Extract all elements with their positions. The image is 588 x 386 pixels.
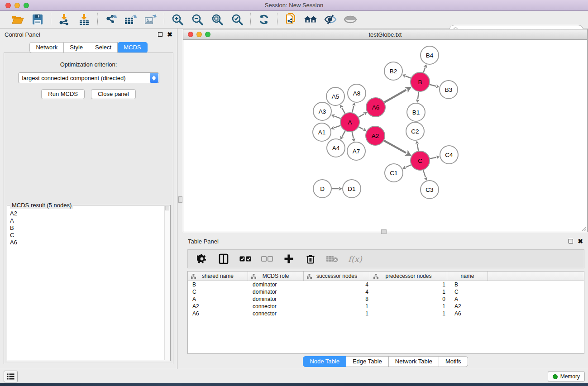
float-table-panel-icon[interactable]: [569, 239, 573, 243]
graph-edge-A-A5[interactable]: [342, 108, 345, 114]
graph-edge-A-A8[interactable]: [352, 106, 354, 113]
graph-edge-B-B3[interactable]: [430, 85, 436, 86]
close-panel-button[interactable]: Close panel: [91, 89, 136, 99]
table-cell: 1: [370, 281, 447, 288]
table-tab-edge-table[interactable]: Edge Table: [346, 356, 389, 367]
graph-node-D[interactable]: D: [313, 180, 331, 198]
table-row[interactable]: Adominator80A: [188, 295, 584, 303]
graph-node-B[interactable]: B: [411, 72, 430, 91]
network-window-titlebar[interactable]: testGlobe.txt: [183, 29, 587, 40]
control-tab-network[interactable]: Network: [29, 42, 64, 53]
graph-edge-A-A7[interactable]: [352, 132, 354, 138]
column-tree-icon: [307, 274, 312, 279]
column-header-predecessor-nodes[interactable]: predecessor nodes: [370, 272, 447, 281]
column-header-MCDS-role[interactable]: MCDS role: [248, 272, 304, 281]
graph-node-C2[interactable]: C2: [406, 122, 424, 140]
graph-node-A3[interactable]: A3: [313, 102, 331, 120]
criterion-select[interactable]: largest connected component (directed): [18, 72, 159, 83]
graph-node-A5[interactable]: A5: [326, 87, 344, 105]
graph-node-A8[interactable]: A8: [348, 84, 366, 102]
control-tab-select[interactable]: Select: [89, 42, 118, 53]
graph-edge-A-A4[interactable]: [342, 131, 345, 136]
graph-node-A4[interactable]: A4: [327, 139, 345, 157]
zoom-selected-icon[interactable]: [230, 13, 244, 26]
graph-edge-C-C1[interactable]: [406, 165, 411, 167]
float-panel-icon[interactable]: [158, 32, 163, 37]
task-history-button[interactable]: [4, 371, 18, 382]
column-header-shared-name[interactable]: shared name: [188, 272, 248, 281]
graph-edge-A-A6[interactable]: [359, 114, 364, 117]
graph-edge-C-C4[interactable]: [430, 157, 436, 159]
delete-table-icon[interactable]: [326, 253, 338, 265]
memory-button[interactable]: Memory: [548, 371, 585, 382]
graph-edge-B-B1[interactable]: [418, 92, 419, 100]
table-row[interactable]: Cdominator41C: [188, 288, 584, 295]
graph-node-B2[interactable]: B2: [384, 62, 402, 80]
zoom-out-icon[interactable]: [191, 13, 204, 26]
table-tab-motifs[interactable]: Motifs: [439, 356, 468, 367]
graph-node-C4[interactable]: C4: [440, 146, 458, 164]
column-header-name[interactable]: name: [447, 272, 488, 281]
graph-node-C[interactable]: C: [411, 151, 430, 170]
save-session-icon[interactable]: [31, 13, 44, 26]
show-columns-icon[interactable]: [218, 253, 229, 265]
graph-node-label: C4: [445, 152, 453, 158]
graph-node-A2[interactable]: A2: [366, 126, 385, 145]
create-column-plus-icon[interactable]: [283, 253, 295, 265]
zoom-fit-icon[interactable]: [210, 13, 224, 26]
zoom-in-icon[interactable]: [171, 13, 184, 26]
horizontal-split-grip[interactable]: [381, 229, 387, 234]
control-tab-mcds[interactable]: MCDS: [118, 42, 147, 53]
graph-node-label: C1: [390, 170, 397, 176]
graph-edge-A-A1[interactable]: [334, 125, 340, 128]
home-icon[interactable]: [304, 13, 317, 26]
graph-node-A6[interactable]: A6: [366, 98, 385, 117]
clone-network-icon[interactable]: [284, 13, 297, 26]
table-tab-node-table[interactable]: Node Table: [303, 356, 346, 367]
graph-node-D1[interactable]: D1: [343, 180, 361, 198]
graph-edge-A-A3[interactable]: [335, 116, 341, 119]
graph-node-B1[interactable]: B1: [407, 103, 425, 121]
graph-node-A1[interactable]: A1: [313, 123, 331, 141]
export-network-icon[interactable]: [104, 13, 118, 26]
graph-node-C1[interactable]: C1: [385, 164, 403, 182]
graph-node-B4[interactable]: B4: [421, 46, 439, 64]
column-header-successor-nodes[interactable]: successor nodes: [304, 272, 370, 281]
close-panel-icon[interactable]: ✖: [167, 32, 172, 37]
graph-edge-C-C2[interactable]: [417, 144, 419, 151]
run-mcds-button[interactable]: Run MCDS: [41, 89, 85, 99]
import-table-icon[interactable]: [77, 13, 91, 26]
export-table-icon[interactable]: [124, 13, 138, 26]
refresh-icon[interactable]: [257, 13, 271, 26]
graph-node-B3[interactable]: B3: [440, 81, 458, 99]
hide-show-eye-icon[interactable]: [324, 13, 337, 26]
graph-edge-B-B4[interactable]: [423, 67, 425, 72]
table-settings-gear-icon[interactable]: [196, 253, 208, 265]
open-file-icon[interactable]: [11, 13, 24, 26]
export-image-icon[interactable]: [144, 13, 158, 26]
table-cell: dominator: [248, 281, 304, 288]
select-all-columns-icon[interactable]: [239, 253, 251, 265]
graph-node-A7[interactable]: A7: [347, 142, 365, 160]
network-canvas[interactable]: B4B2BB3A8A5A6A3B1AA1C2A2A4A7C4CC1C3DD1: [183, 40, 587, 232]
eye-icon[interactable]: [344, 13, 357, 26]
import-network-icon[interactable]: [57, 13, 71, 26]
graph-edge-A6-B[interactable]: [384, 90, 406, 103]
window-resize-grip[interactable]: [580, 225, 587, 231]
table-row[interactable]: A6connector11A6: [188, 310, 584, 317]
graph-edge-A-A2[interactable]: [359, 127, 363, 129]
result-scrollbar[interactable]: [164, 206, 170, 360]
table-row[interactable]: A2connector11A2: [188, 303, 584, 310]
table-tab-network-table[interactable]: Network Table: [389, 356, 439, 367]
table-row[interactable]: Bdominator41B: [188, 281, 584, 288]
graph-edge-B-B2[interactable]: [406, 76, 411, 78]
graph-node-C3[interactable]: C3: [421, 181, 439, 199]
graph-node-A[interactable]: A: [340, 113, 359, 132]
delete-column-trash-icon[interactable]: [305, 253, 316, 265]
control-tab-style[interactable]: Style: [64, 42, 89, 53]
graph-edge-A2-C[interactable]: [384, 141, 406, 153]
unselect-all-columns-icon[interactable]: [261, 253, 273, 265]
graph-edge-C-C3[interactable]: [423, 170, 425, 177]
vertical-split-grip[interactable]: [178, 196, 182, 203]
close-table-panel-icon[interactable]: ✖: [578, 239, 583, 243]
